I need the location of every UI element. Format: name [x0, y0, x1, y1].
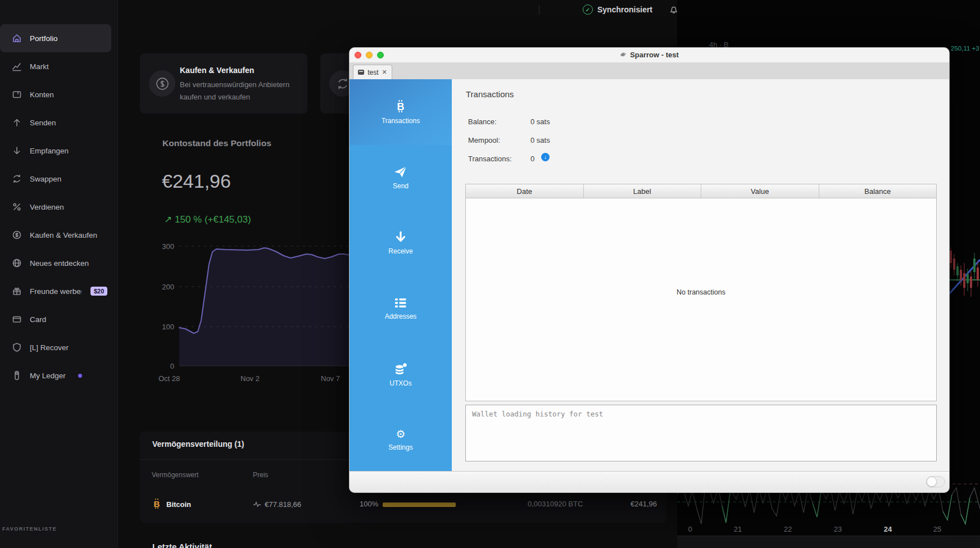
sparrow-window: Sparrow - test test ✕ B Transactions: [349, 47, 950, 493]
screen: ✓ Synchronisiert ?: [0, 0, 980, 548]
asset-name[interactable]: Bitcoin: [166, 500, 191, 509]
nav-item-addresses[interactable]: Addresses: [350, 276, 452, 342]
panel-heading: Transactions: [466, 89, 514, 99]
transactions-count-value: 0: [530, 155, 534, 163]
asset-allocation-title: Vermögensverteilung (1): [152, 440, 244, 449]
transactions-table: Date Label Value Balance No transactions: [465, 184, 937, 401]
asset-allocation-pct: 100%: [360, 500, 378, 508]
last-activity-title: Letzte Aktivität: [152, 542, 212, 548]
wallet-log-area[interactable]: Wallet loading history for test: [465, 405, 937, 461]
column-date[interactable]: Date: [466, 184, 584, 198]
coins-stack-icon: [394, 362, 407, 375]
asset-value: €241,96: [630, 500, 657, 508]
nav-item-settings[interactable]: ⚙ Settings: [350, 407, 452, 473]
allocation-bar: [383, 502, 456, 507]
balance-value: 0 sats: [530, 117, 550, 126]
sparrow-statusbar: [350, 471, 949, 492]
nav-label: UTXOs: [389, 379, 411, 387]
nav-item-transactions[interactable]: B Transactions: [350, 79, 452, 145]
paper-plane-icon: [394, 166, 407, 178]
candlestick-sliver: [949, 246, 980, 298]
price-ticker-partial: 250,11 +3: [951, 45, 980, 52]
export-transactions-icon[interactable]: ↓: [541, 153, 550, 161]
asset-price: €77.818,66: [253, 500, 301, 509]
column-balance[interactable]: Balance: [819, 184, 937, 198]
transactions-count-label: Transactions:: [468, 155, 512, 163]
wallet-icon: [358, 70, 364, 75]
gear-icon: ⚙: [396, 428, 405, 440]
asset-amount: 0,00310920 BTC: [528, 500, 583, 508]
sparrow-tabbar: test ✕: [350, 62, 949, 80]
column-asset: Vermögenswert: [152, 471, 198, 479]
x-axis-label: 21: [734, 525, 742, 533]
transactions-panel: Transactions Balance: 0 sats Mempool: 0 …: [452, 79, 949, 472]
bitcoin-icon: B: [394, 99, 407, 113]
nav-item-utxos[interactable]: UTXOs: [350, 342, 452, 407]
nav-label: Send: [393, 182, 409, 190]
x-axis-label: 0: [688, 525, 692, 533]
svg-text:B: B: [397, 101, 405, 112]
log-message: Wallet loading history for test: [466, 405, 936, 423]
sparkline-icon: [253, 501, 261, 508]
window-title: Sparrow - test: [350, 51, 949, 59]
trading-bottom-bar: [677, 536, 980, 548]
nav-item-send[interactable]: Send: [350, 145, 452, 211]
table-header-row: Date Label Value Balance: [466, 184, 936, 198]
svg-text:B: B: [154, 499, 160, 509]
sparrow-titlebar[interactable]: Sparrow - test: [350, 48, 949, 63]
mempool-label: Mempool:: [468, 136, 500, 144]
sparrow-nav-sidebar: B Transactions Send Receive Ad: [350, 79, 452, 472]
list-icon: [394, 297, 407, 309]
wallet-tab-test[interactable]: test ✕: [353, 65, 392, 79]
x-axis-label-current: 24: [884, 525, 892, 533]
balance-label: Balance:: [468, 117, 497, 126]
tab-label: test: [368, 69, 378, 76]
x-axis-label: 22: [784, 525, 792, 533]
nav-label: Settings: [388, 443, 412, 451]
nav-label: Receive: [388, 247, 412, 255]
bitcoin-icon: B: [152, 498, 162, 511]
proxy-toggle[interactable]: [926, 476, 945, 487]
toggle-knob: [927, 477, 937, 487]
nav-label: Transactions: [382, 117, 420, 125]
empty-table-message: No transactions: [466, 288, 936, 296]
sparrow-logo-icon: [620, 51, 627, 58]
arrow-down-icon: [395, 231, 406, 243]
column-label[interactable]: Label: [584, 184, 702, 198]
x-axis-label: 25: [933, 525, 941, 533]
tab-close-icon[interactable]: ✕: [382, 69, 387, 76]
mempool-value: 0 sats: [530, 136, 550, 144]
column-value[interactable]: Value: [701, 184, 819, 198]
x-axis-label: 23: [834, 525, 842, 533]
nav-item-receive[interactable]: Receive: [350, 210, 452, 276]
column-price: Preis: [253, 471, 268, 479]
nav-label: Addresses: [385, 313, 417, 320]
